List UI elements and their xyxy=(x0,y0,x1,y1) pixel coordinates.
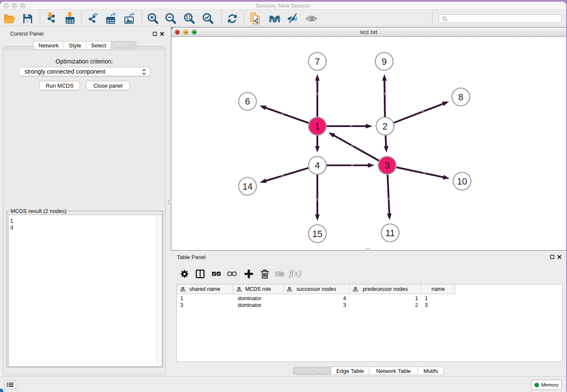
svg-text:15: 15 xyxy=(312,229,322,239)
svg-text:9: 9 xyxy=(382,57,387,67)
svg-text:11: 11 xyxy=(385,228,395,238)
svg-text:14: 14 xyxy=(242,182,253,192)
svg-text:8: 8 xyxy=(458,92,463,102)
svg-text:7: 7 xyxy=(315,57,320,67)
svg-text:4: 4 xyxy=(315,160,320,171)
svg-text:f(x): f(x) xyxy=(289,268,301,278)
svg-text:3: 3 xyxy=(385,160,390,171)
svg-text:1: 1 xyxy=(315,121,320,132)
svg-text:10: 10 xyxy=(457,177,467,187)
svg-text:2: 2 xyxy=(383,121,388,132)
svg-text:6: 6 xyxy=(245,97,250,107)
